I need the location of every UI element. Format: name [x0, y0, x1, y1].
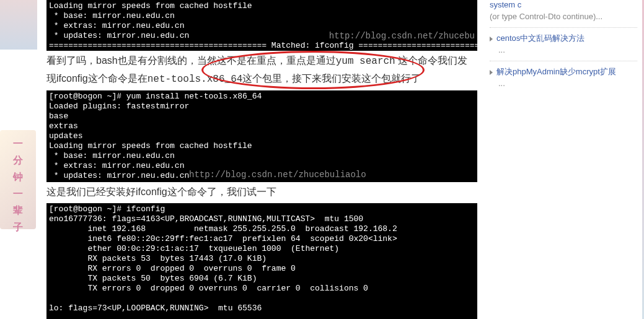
sidebar-link-item[interactable]: 解决phpMyAdmin缺少mcrypt扩展: [490, 61, 637, 79]
ellipsis: ...: [490, 45, 637, 61]
terminal-block-3: [root@bogon ~]# ifconfig eno16777736: fl…: [46, 203, 477, 319]
term-content: Loading mirror speeds from cached hostfi…: [49, 1, 477, 51]
para-text-mono: yum search: [336, 56, 395, 67]
sidebar-subtext: (or type Control-Dto continue)...: [490, 12, 637, 21]
ad-char: 一: [13, 188, 23, 201]
link-label: centos中文乱码解决方法: [496, 33, 584, 43]
watermark-text: http://blog.csdn.net/zhucebuliaolo: [189, 170, 366, 180]
sidebar-top-link[interactable]: system c: [490, 0, 637, 12]
ad-char: 钟: [13, 171, 23, 184]
chevron-right-icon: [490, 70, 493, 75]
watermark-text: http://blog.csdn.net/zhucebu: [329, 31, 475, 41]
ad-image-bottom[interactable]: 一 分 钟 一 辈 子: [0, 130, 36, 229]
terminal-block-2: [root@bogon ~]# yum install net-tools.x8…: [46, 90, 477, 182]
para-text: 这个包里，接下来我们安装这个包就行了: [242, 73, 421, 84]
sidebar-related: system c (or type Control-Dto continue).…: [490, 0, 637, 94]
term-content: [root@bogon ~]# ifconfig eno16777736: fl…: [49, 204, 397, 313]
chevron-right-icon: [490, 37, 493, 42]
paragraph-2: 这是我们已经安装好ifconfig这个命令了，我们试一下: [46, 182, 477, 203]
ad-image-top: [0, 0, 37, 50]
ad-char: 子: [13, 221, 23, 234]
term-content: [root@bogon ~]# yum install net-tools.x8…: [49, 92, 262, 180]
para-text: 看到了吗，bash也是有分割线的，当然这不是在重点，重点是通过: [46, 55, 336, 66]
link-label: 解决phpMyAdmin缺少mcrypt扩展: [496, 67, 616, 76]
article-main: Loading mirror speeds from cached hostfi…: [46, 0, 477, 319]
link-text: system c: [490, 0, 521, 9]
sidebar-link-item[interactable]: centos中文乱码解决方法: [490, 27, 637, 45]
terminal-block-1: Loading mirror speeds from cached hostfi…: [46, 0, 477, 51]
left-ad-rail: 一 分 钟 一 辈 子: [0, 0, 37, 235]
paragraph-1: 看到了吗，bash也是有分割线的，当然这不是在重点，重点是通过yum searc…: [46, 51, 477, 90]
ad-char: 分: [13, 154, 23, 167]
ad-char: 辈: [13, 204, 23, 217]
para-text-mono: net-tools.x86_64: [148, 74, 243, 85]
para-text: 这是我们已经安装好ifconfig这个命令了，我们试一下: [46, 186, 276, 197]
ellipsis: ...: [490, 79, 637, 94]
ad-char: 一: [13, 138, 23, 151]
